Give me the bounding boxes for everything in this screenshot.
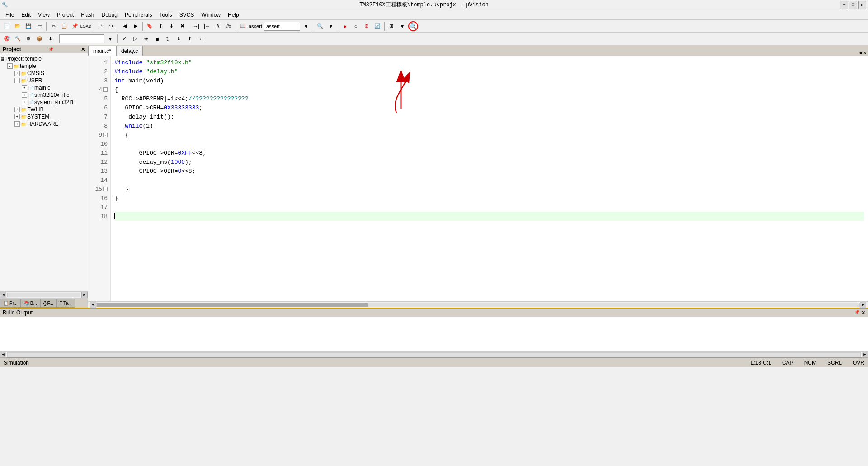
- editor-tab-mainc[interactable]: main.c*: [88, 46, 116, 56]
- step-over-button[interactable]: ⤵: [163, 34, 173, 44]
- tree-mainc-file[interactable]: + 📄 main.c: [0, 84, 88, 91]
- build-output-content[interactable]: [0, 317, 868, 351]
- editor-scroll-right[interactable]: ▶: [860, 302, 866, 308]
- expand-mainc[interactable]: +: [22, 85, 27, 90]
- code-editor[interactable]: 1 2 3 4- 5 6 7 8 9- 10 11 12 13 14 15- 1…: [88, 56, 868, 301]
- debug-stop-button[interactable]: ○: [351, 21, 361, 31]
- editor-scroll-thumb[interactable]: [97, 303, 368, 307]
- menu-debug[interactable]: Debug: [98, 11, 121, 19]
- sidebar-scroll-track[interactable]: [7, 293, 80, 297]
- indent-button[interactable]: →|: [191, 21, 201, 31]
- unindent-button[interactable]: |←: [202, 21, 212, 31]
- load-button[interactable]: LOAD: [81, 21, 91, 31]
- build-scroll-track[interactable]: [7, 352, 861, 357]
- editor-scrollbar[interactable]: ◀ ▶: [88, 301, 868, 308]
- clear-bookmarks-button[interactable]: ✖: [177, 21, 187, 31]
- menu-edit[interactable]: Edit: [18, 11, 34, 19]
- editor-scroll-left[interactable]: ◀: [90, 302, 96, 308]
- menu-tools[interactable]: Tools: [156, 11, 176, 19]
- assert-dropdown[interactable]: ▼: [301, 21, 311, 31]
- tree-systemc-file[interactable]: + 📄 system_stm32f1: [0, 99, 88, 106]
- window-select-button[interactable]: ⊞: [387, 21, 396, 31]
- sidebar-scrollbar[interactable]: ◀ ▶: [0, 291, 88, 298]
- menu-view[interactable]: View: [34, 11, 53, 19]
- build-scroll-right[interactable]: ▶: [862, 352, 868, 358]
- window-dropdown[interactable]: ▼: [397, 21, 407, 31]
- tab-functions[interactable]: {} F...: [40, 299, 57, 308]
- fold-marker-15[interactable]: -: [103, 187, 108, 191]
- expand-stm32itc[interactable]: +: [22, 92, 27, 98]
- debug-kill-button[interactable]: ⊗: [362, 21, 372, 31]
- assert-input[interactable]: [264, 22, 300, 31]
- expand-system[interactable]: +: [14, 114, 20, 119]
- expand-fwlib[interactable]: +: [14, 107, 20, 112]
- run-to-cursor-button[interactable]: →|: [195, 34, 205, 44]
- paste-button[interactable]: 📌: [70, 21, 80, 31]
- editor-tab-delayc[interactable]: delay.c: [116, 46, 143, 56]
- redo-button[interactable]: ↪: [106, 21, 116, 31]
- cut-button[interactable]: ✂: [48, 21, 58, 31]
- tree-temple-folder[interactable]: - 📁 temple: [0, 62, 88, 70]
- maximize-button[interactable]: □: [849, 1, 857, 9]
- tab-templates[interactable]: T Te...: [57, 299, 75, 308]
- build-button[interactable]: 🔨: [13, 34, 23, 44]
- rebuild-button[interactable]: ⚙: [24, 34, 33, 44]
- stop-debug-button[interactable]: ⏹: [152, 34, 162, 44]
- save-button[interactable]: 💾: [24, 21, 33, 31]
- tree-hardware-folder[interactable]: + 📁 HARDWARE: [0, 120, 88, 128]
- debug-reset-button[interactable]: 🔄: [373, 21, 382, 31]
- sidebar-close-button[interactable]: ✕: [81, 47, 85, 52]
- build-scroll-left[interactable]: ◀: [0, 352, 6, 358]
- tree-cmsis-folder[interactable]: + 📁 CMSIS: [0, 70, 88, 77]
- minimize-button[interactable]: ─: [840, 1, 848, 9]
- open-file-button[interactable]: 📂: [13, 21, 23, 31]
- expand-cmsis[interactable]: +: [14, 71, 20, 76]
- target-select[interactable]: temple: [59, 34, 104, 43]
- menu-window[interactable]: Window: [198, 11, 224, 19]
- step-into-button[interactable]: ⬇: [174, 34, 184, 44]
- tree-system-folder[interactable]: + 📁 SYSTEM: [0, 113, 88, 120]
- menu-project[interactable]: Project: [53, 11, 77, 19]
- build-output-dock-btn[interactable]: 📌: [854, 310, 859, 316]
- tree-user-folder[interactable]: - 📁 USER: [0, 77, 88, 84]
- expand-systemc[interactable]: +: [22, 100, 27, 105]
- menu-peripherals[interactable]: Peripherals: [121, 11, 156, 19]
- nav-back-button[interactable]: ◀: [120, 21, 130, 31]
- batch-build-button[interactable]: 📦: [34, 34, 44, 44]
- tree-stm32itc-file[interactable]: + 📄 stm32f10x_it.c: [0, 91, 88, 99]
- new-file-button[interactable]: 📄: [2, 21, 12, 31]
- step-out-button[interactable]: ⬆: [184, 34, 194, 44]
- magnify-button[interactable]: 🔍: [408, 21, 418, 31]
- menu-file[interactable]: File: [2, 11, 18, 19]
- save-all-button[interactable]: 🗃: [34, 21, 44, 31]
- scroll-left-btn[interactable]: ◀: [0, 292, 6, 298]
- close-button[interactable]: ✕: [858, 1, 866, 9]
- expand-hardware[interactable]: +: [14, 121, 20, 127]
- menu-flash[interactable]: Flash: [77, 11, 98, 19]
- select-target-button[interactable]: ✓: [119, 34, 129, 44]
- comment-button[interactable]: //: [213, 21, 223, 31]
- search-dropdown[interactable]: ▼: [326, 21, 336, 31]
- menu-svcs[interactable]: SVCS: [176, 11, 198, 19]
- uncomment-button[interactable]: //x: [224, 21, 234, 31]
- target-options-button[interactable]: 🎯: [2, 34, 12, 44]
- search-button-1[interactable]: 🔍: [315, 21, 325, 31]
- next-bookmark-button[interactable]: ⬇: [166, 21, 176, 31]
- bookmark-button[interactable]: 🔖: [145, 21, 155, 31]
- window-controls[interactable]: ─ □ ✕: [840, 1, 866, 9]
- sidebar-dock-button[interactable]: 📌: [48, 47, 53, 52]
- menu-help[interactable]: Help: [224, 11, 243, 19]
- nav-forward-button[interactable]: ▶: [131, 21, 141, 31]
- open-doc-button[interactable]: 📖: [238, 21, 248, 31]
- tab-close-button[interactable]: ✕: [863, 50, 866, 56]
- fold-marker-4[interactable]: -: [103, 87, 108, 92]
- prev-bookmark-button[interactable]: ⬆: [156, 21, 165, 31]
- copy-button[interactable]: 📋: [59, 21, 69, 31]
- expand-temple[interactable]: -: [7, 63, 13, 69]
- tab-pin-button[interactable]: ◀: [859, 50, 862, 56]
- scroll-right-btn[interactable]: ▶: [81, 292, 88, 298]
- undo-button[interactable]: ↩: [95, 21, 105, 31]
- start-debug-button[interactable]: ▷: [130, 34, 140, 44]
- editor-horiz-scroll[interactable]: [96, 303, 860, 307]
- expand-user[interactable]: -: [14, 78, 20, 83]
